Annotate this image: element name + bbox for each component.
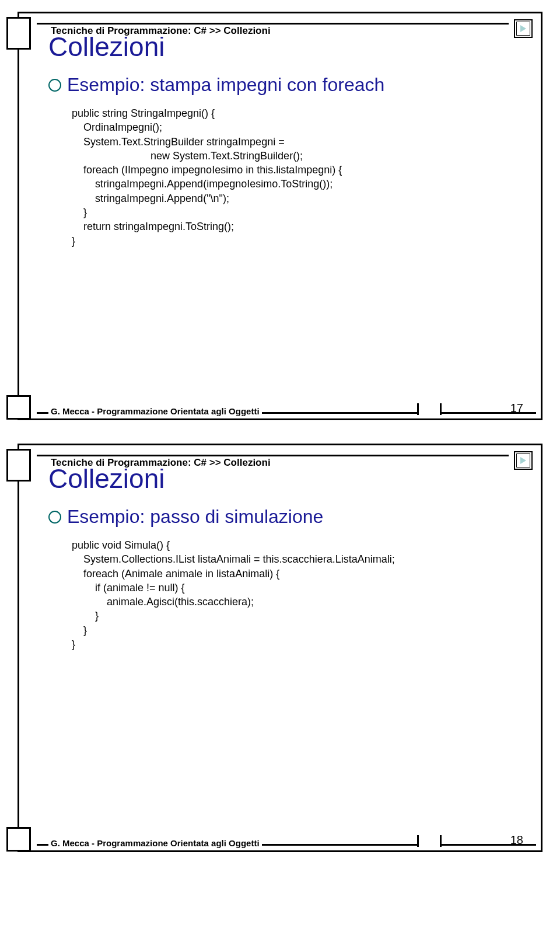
- breadcrumb: Tecniche di Programmazione: C# >> Collez…: [48, 25, 273, 37]
- chevron-right-icon: [520, 25, 526, 32]
- header-rule: [37, 23, 509, 25]
- slide-18: Tecniche di Programmazione: C# >> Collez…: [18, 444, 542, 852]
- bullet-text: Esempio: stampa impegni con foreach: [67, 74, 384, 96]
- chevron-right-icon: [520, 457, 526, 464]
- slide-17: Tecniche di Programmazione: C# >> Collez…: [18, 12, 542, 420]
- bullet-icon: [48, 79, 61, 92]
- header-rule: [37, 455, 509, 456]
- bullet-item: Esempio: passo di simulazione: [48, 506, 541, 528]
- footer-page-gap: [417, 403, 442, 415]
- header-tab-decor: [6, 17, 31, 50]
- footer-tab-decor: [6, 395, 31, 420]
- footer-page-gap: [417, 835, 442, 847]
- bullet-text: Esempio: passo di simulazione: [67, 506, 323, 528]
- breadcrumb: Tecniche di Programmazione: C# >> Collez…: [48, 457, 273, 469]
- bullet-icon: [48, 511, 61, 524]
- page-number: 18: [510, 833, 523, 847]
- bullet-item: Esempio: stampa impegni con foreach: [48, 74, 541, 96]
- next-icon[interactable]: [514, 451, 533, 470]
- next-icon[interactable]: [514, 19, 533, 38]
- code-block: public void Simula() { System.Collection…: [72, 538, 541, 651]
- code-block: public string StringaImpegni() { OrdinaI…: [72, 106, 541, 248]
- footer-author: G. Mecca - Programmazione Orientata agli…: [48, 838, 262, 848]
- footer-tab-decor: [6, 827, 31, 852]
- page-number: 17: [510, 402, 523, 415]
- header-tab-decor: [6, 449, 31, 482]
- footer-author: G. Mecca - Programmazione Orientata agli…: [48, 406, 262, 416]
